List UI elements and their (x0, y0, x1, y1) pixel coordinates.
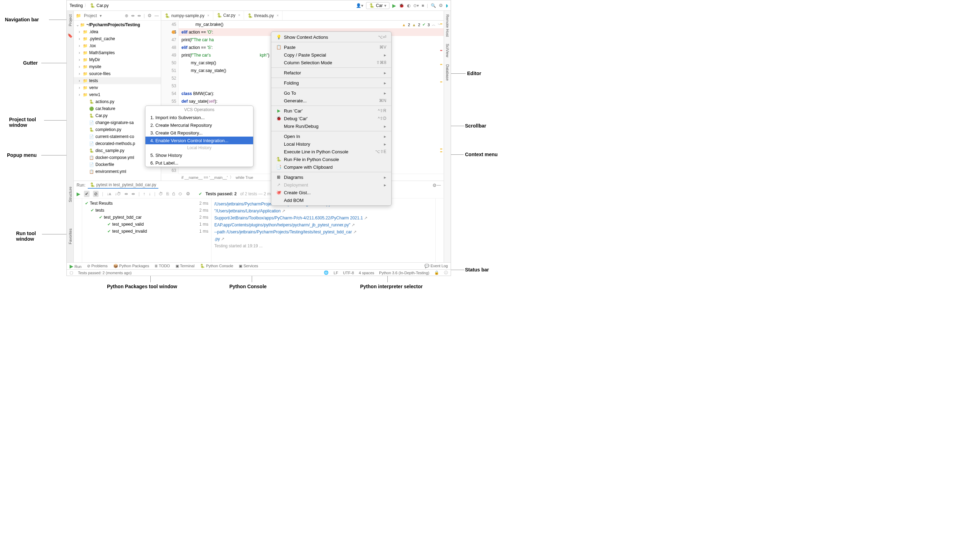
search-button[interactable]: 🔍 (431, 3, 436, 8)
gutter-line[interactable]: 50 (161, 59, 178, 67)
tree-folder[interactable]: ›📁venv1 (74, 91, 161, 98)
database-tab[interactable]: Database (445, 64, 450, 81)
settings-icon[interactable] (433, 183, 437, 188)
expand-all-icon[interactable]: ⇹ (131, 13, 135, 18)
gutter-line[interactable]: 46 (161, 28, 178, 36)
context-menu-item[interactable]: Refactor▸ (271, 69, 391, 77)
run-button[interactable]: ▶ (392, 3, 396, 8)
settings-button[interactable] (439, 3, 443, 8)
gutter-line[interactable]: 53 (161, 82, 178, 90)
bookmark-icon[interactable]: 🔖 (67, 33, 73, 38)
gutter-line[interactable]: 55 (161, 97, 178, 105)
export-icon[interactable]: ⎙ (172, 192, 175, 196)
gutter-line[interactable]: 52 (161, 74, 178, 82)
tree-folder[interactable]: ›📁venv (74, 84, 161, 91)
gutter-line[interactable]: 45 (161, 21, 178, 28)
problems-tab[interactable]: ⊘ Problems (87, 264, 108, 268)
project-tw-label[interactable]: Project (84, 13, 97, 18)
remote-host-tab[interactable]: Remote Host (445, 14, 450, 37)
tree-folder[interactable]: ›📁mysite (74, 63, 161, 70)
tree-folder[interactable]: ›📁.tox (74, 42, 161, 49)
services-tab[interactable]: ▣ Services (239, 264, 258, 268)
context-menu-item[interactable]: 📑Compare with Clipboard (271, 163, 391, 171)
profile-button[interactable]: ⊙▾ (413, 3, 419, 8)
context-menu-item[interactable]: Execute Line in Python Console⌥⇧E (271, 148, 391, 155)
run-console[interactable]: /Users/jetbrains/PycharmProjects/In-Dept… (212, 198, 435, 262)
context-menu-item[interactable]: Column Selection Mode⇧⌘8 (271, 59, 391, 67)
context-menu-item[interactable]: ⊞Diagrams▸ (271, 173, 391, 181)
editor-tab[interactable]: 🐍numpy-sample.py× (161, 11, 213, 20)
toggle-ignore-icon[interactable]: ⊘ (93, 191, 99, 197)
console-tab[interactable]: 🐍 Python Console (200, 264, 233, 268)
tree-root[interactable]: ⌄📁 ~/PycharmProjects/Testing (74, 21, 161, 28)
sort-icon[interactable]: ↓⏱ (115, 192, 121, 196)
context-menu-item[interactable]: Go To▸ (271, 89, 391, 97)
next-test-icon[interactable]: ↓ (149, 192, 151, 196)
context-menu-item[interactable]: Copy / Paste Special▸ (271, 51, 391, 59)
hide-icon[interactable]: — (437, 183, 441, 188)
project-tool-tab[interactable]: Project (68, 14, 72, 26)
run-config-tab[interactable]: 🐍 pytest in test_pytest_bdd_car.py (88, 182, 158, 188)
tree-folder[interactable]: ›📁source-files (74, 70, 161, 77)
tree-folder[interactable]: ›📁.pytest_cache (74, 35, 161, 42)
gutter-line[interactable]: 51 (161, 67, 178, 74)
tree-folder[interactable]: ›📁tests (74, 77, 161, 84)
status-indent[interactable]: 4 spaces (359, 271, 374, 275)
expand-icon[interactable]: ⇹ (124, 192, 128, 196)
tree-folder[interactable]: ›📁MathSamples (74, 49, 161, 56)
terminal-tab[interactable]: ▣ Terminal (176, 264, 194, 268)
context-menu-item[interactable]: 💡Show Context Actions⌥⏎ (271, 33, 391, 41)
editor-tab[interactable]: 🐍Car.py× (213, 11, 244, 20)
help-icon[interactable]: ◗ (446, 3, 448, 8)
context-menu-item[interactable]: More Run/Debug▸ (271, 122, 391, 130)
close-icon[interactable]: × (207, 13, 209, 17)
gutter-line[interactable]: 54 (161, 90, 178, 97)
prev-test-icon[interactable]: ↑ (143, 192, 145, 196)
test-tree-row[interactable]: ✔test_speed_valid1 ms (82, 221, 211, 228)
tree-folder[interactable]: ›📁MyDir (74, 56, 161, 63)
toggle-pass-icon[interactable]: ✔ (84, 191, 90, 197)
collapse-all-icon[interactable]: ⇹ (137, 13, 141, 18)
breadcrumb-root[interactable]: Testing (70, 3, 83, 8)
todo-tab[interactable]: ≣ TODO (155, 264, 170, 268)
chevron-up-icon[interactable]: ︿ (432, 22, 436, 27)
gutter-line[interactable]: 63 (161, 167, 178, 174)
settings-icon[interactable] (186, 191, 190, 196)
globe-icon[interactable]: 🌐 (324, 270, 329, 275)
scroll-from-source-icon[interactable]: ⊕ (125, 13, 128, 18)
context-menu-item[interactable]: 🐞Debug 'Car'^⇧D (271, 115, 391, 122)
tool-windows-icon[interactable]: ▢ (70, 270, 73, 275)
gutter-line[interactable]: 48 (161, 44, 178, 52)
context-menu-item[interactable]: ▶Run 'Car'^⇧R (271, 107, 391, 115)
rerun-button[interactable]: ▶ (77, 191, 80, 197)
context-menu-item[interactable]: Folding▸ (271, 79, 391, 87)
close-icon[interactable]: × (277, 13, 279, 17)
tree-folder[interactable]: ›📁.idea (74, 28, 161, 35)
user-icon[interactable]: 👤▾ (356, 3, 363, 8)
context-menu-item[interactable]: Local History▸ (271, 140, 391, 148)
lock-icon[interactable]: 🔒 (434, 270, 439, 275)
crumb-2[interactable]: while True (236, 175, 253, 180)
import-icon[interactable]: ⎘ (166, 192, 169, 196)
event-log-tab[interactable]: 💬 Event Log (425, 264, 448, 268)
gutter-line[interactable]: 47 (161, 36, 178, 44)
stop-button[interactable]: ■ (421, 3, 424, 8)
context-menu-item[interactable]: Open In▸ (271, 132, 391, 140)
coverage-button[interactable]: ◐ (407, 3, 410, 8)
crumb-1[interactable]: if __name__ == '__main__' (181, 175, 227, 180)
popup-item[interactable]: 2. Create Mercurial Repository (145, 121, 253, 129)
status-lf[interactable]: LF (334, 271, 338, 275)
structure-tool-tab[interactable]: Structure (68, 187, 72, 202)
hide-icon[interactable]: — (155, 13, 159, 18)
context-menu-item[interactable]: Add BOM (271, 196, 391, 204)
context-menu-item[interactable]: 📋Paste⌘V (271, 43, 391, 51)
sort-icon[interactable]: ↓ᴀ (107, 192, 111, 196)
popup-item[interactable]: 1. Import into Subversion... (145, 113, 253, 121)
favorites-tool-tab[interactable]: Favorites (68, 228, 72, 244)
chevron-down-icon[interactable]: ▾ (100, 13, 102, 18)
scrollbar-track[interactable] (440, 23, 443, 181)
collapse-icon[interactable]: ⇹ (132, 192, 135, 196)
tree-file[interactable]: 📋environment.yml (74, 168, 161, 175)
sciview-tab[interactable]: SciView (445, 44, 450, 57)
packages-tab[interactable]: 📦 Python Packages (113, 264, 149, 268)
